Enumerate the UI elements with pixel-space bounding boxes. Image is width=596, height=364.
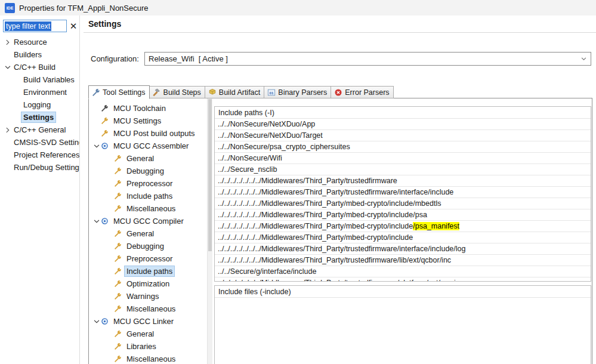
- chevron-down-icon[interactable]: [92, 317, 101, 326]
- sidebar-item-resource[interactable]: Resource: [0, 36, 79, 48]
- tool-tree-item-warnings[interactable]: Warnings: [89, 290, 207, 303]
- include-path-text: ../../Secure_nsclib: [218, 165, 277, 174]
- sidebar-item-builders[interactable]: Builders: [0, 48, 79, 61]
- include-path-row[interactable]: ../../../../../../../Middlewares/Third_P…: [215, 209, 591, 221]
- include-path-row[interactable]: ../../../../../../../Middlewares/Third_P…: [215, 277, 591, 282]
- wrench-gold-icon: [114, 192, 122, 200]
- filter-input[interactable]: type filter text: [3, 20, 67, 32]
- sidebar-item-run-debug-settings[interactable]: Run/Debug Settings: [0, 161, 79, 174]
- sidebar-item-c-c-general[interactable]: C/C++ General: [0, 124, 79, 136]
- settings-tab-bar: Tool SettingsBuild StepsBuild Artifact01…: [88, 85, 393, 98]
- tool-tree-item-mcu-toolchain[interactable]: MCU Toolchain: [89, 102, 207, 115]
- tab-tool-settings[interactable]: Tool Settings: [88, 85, 150, 99]
- tab-binary-parsers[interactable]: 01Binary Parsers: [264, 86, 331, 98]
- sidebar-item-label: Run/Debug Settings: [12, 162, 79, 172]
- expander-spacer: [4, 151, 12, 159]
- tool-tree-scrollbar[interactable]: [207, 98, 212, 364]
- tool-tree-item-mcu-settings[interactable]: MCU Settings: [89, 115, 207, 127]
- wrench-gold-icon: [114, 305, 122, 313]
- chevron-down-icon[interactable]: [92, 217, 101, 226]
- include-path-row[interactable]: ../../../../../../../Middlewares/Third_P…: [215, 175, 591, 187]
- include-path-row[interactable]: ../../../../../../../Middlewares/Third_P…: [215, 187, 591, 198]
- include-path-row[interactable]: ../../Secure_nsclib: [215, 164, 591, 175]
- tool-tree-item-libraries[interactable]: Libraries: [89, 340, 207, 353]
- sidebar-item-settings[interactable]: Settings: [0, 111, 79, 124]
- include-path-row[interactable]: ../../NonSecure/psa_crypto_ciphersuites: [215, 141, 591, 153]
- tab-build-artifact[interactable]: Build Artifact: [205, 86, 264, 98]
- tool-tree-item-preprocessor[interactable]: Preprocessor: [89, 252, 207, 265]
- tab-build-steps[interactable]: Build Steps: [149, 86, 205, 98]
- include-paths-list[interactable]: ../../NonSecure/NetXDuo/App../../NonSecu…: [215, 119, 591, 282]
- sidebar-item-label: Build Variables: [21, 75, 76, 85]
- tool-tree-item-miscellaneous[interactable]: Miscellaneous: [89, 202, 207, 215]
- chevron-down-icon[interactable]: [92, 142, 101, 150]
- expander-spacer: [106, 167, 114, 175]
- chevron-down-icon[interactable]: [4, 63, 12, 72]
- chevron-right-icon[interactable]: [4, 126, 12, 134]
- tool-tree-item-label: General: [125, 229, 156, 239]
- properties-nav-tree: ResourceBuildersC/C++ BuildBuild Variabl…: [0, 36, 79, 174]
- tool-tree-item-debugging[interactable]: Debugging: [89, 240, 207, 252]
- expander-spacer: [13, 88, 21, 97]
- wrench-gold-icon: [114, 330, 122, 338]
- include-path-row[interactable]: ../../NonSecure/Wifi: [215, 153, 591, 164]
- filter-row: type filter text ✕: [3, 20, 78, 32]
- sidebar-item-environment[interactable]: Environment: [0, 86, 79, 98]
- tool-tree-item-miscellaneous[interactable]: Miscellaneous: [89, 303, 207, 315]
- sidebar-item-label: Resource: [12, 37, 49, 47]
- include-path-row[interactable]: ../../NonSecure/NetXDuo/App: [215, 119, 591, 130]
- tool-tree-item-general[interactable]: General: [89, 152, 207, 165]
- expander-spacer: [4, 138, 12, 147]
- include-files-title: Include files (-include): [215, 286, 591, 298]
- include-path-text: ../../../../../../../Middlewares/Third_P…: [218, 211, 427, 219]
- sidebar-item-logging[interactable]: Logging: [0, 98, 79, 111]
- configuration-combobox[interactable]: Release_Wifi [ Active ]: [144, 52, 591, 66]
- include-files-list[interactable]: [215, 298, 591, 364]
- include-path-row[interactable]: ../../NonSecure/NetXDuo/Target: [215, 130, 591, 141]
- tool-tree-item-include-paths[interactable]: Include paths: [89, 190, 207, 202]
- expander-spacer: [106, 267, 114, 276]
- include-path-row[interactable]: ../../../../../../../Middlewares/Third_P…: [215, 198, 591, 209]
- tool-tree-item-preprocessor[interactable]: Preprocessor: [89, 177, 207, 190]
- tool-settings-detail: Include paths (-I) ../../NonSecure/NetXD…: [212, 98, 592, 364]
- tool-tree-item-miscellaneous[interactable]: Miscellaneous: [89, 353, 207, 364]
- tool-tree-item-mcu-gcc-assembler[interactable]: MCU GCC Assembler: [89, 140, 207, 152]
- tool-category-icon: [101, 142, 109, 150]
- highlighted-path-segment: /psa_manifest: [413, 222, 459, 230]
- expander-spacer: [106, 330, 114, 338]
- clear-filter-icon[interactable]: ✕: [69, 22, 78, 30]
- tool-tree-item-mcu-gcc-compiler[interactable]: MCU GCC Compiler: [89, 215, 207, 227]
- build-artifact-icon: [208, 88, 217, 97]
- tool-settings-tree: MCU ToolchainMCU SettingsMCU Post build …: [89, 98, 207, 364]
- wrench-gold-icon: [114, 255, 122, 263]
- sidebar-item-build-variables[interactable]: Build Variables: [0, 73, 79, 86]
- include-path-text: ../../../../../../../Middlewares/Third_P…: [218, 188, 453, 196]
- sidebar-item-label: C/C++ Build: [12, 62, 57, 72]
- scrollbar-thumb[interactable]: [208, 99, 212, 251]
- tool-tree-item-label: Preprocessor: [125, 254, 174, 264]
- tool-tree-item-mcu-gcc-linker[interactable]: MCU GCC Linker: [89, 315, 207, 328]
- include-path-row[interactable]: ../../../../../../../Middlewares/Third_P…: [215, 221, 591, 232]
- include-path-row[interactable]: ../../Secure/g/interface/include: [215, 266, 591, 277]
- expander-spacer: [4, 51, 12, 59]
- tool-tree-item-general[interactable]: General: [89, 227, 207, 240]
- tool-tree-item-label: Miscellaneous: [125, 354, 177, 364]
- tool-tree-item-debugging[interactable]: Debugging: [89, 165, 207, 177]
- tool-tree-item-include-paths[interactable]: Include paths: [89, 265, 207, 277]
- splitter[interactable]: [79, 16, 80, 364]
- tool-tree-item-mcu-post-build-outputs[interactable]: MCU Post build outputs: [89, 127, 207, 140]
- tab-error-parsers[interactable]: Error Parsers: [331, 86, 393, 98]
- expander-spacer: [13, 101, 21, 109]
- sidebar-item-cmsis-svd-settings[interactable]: CMSIS-SVD Settings: [0, 136, 79, 149]
- tool-tree-item-optimization[interactable]: Optimization: [89, 277, 207, 290]
- include-path-text: ../../NonSecure/Wifi: [218, 154, 282, 162]
- include-path-row[interactable]: ../../../../../../../Middlewares/Third_P…: [215, 232, 591, 243]
- sidebar-item-c-c-build[interactable]: C/C++ Build: [0, 61, 79, 73]
- wrench-gold-icon: [114, 155, 122, 162]
- chevron-right-icon[interactable]: [4, 38, 12, 47]
- wrench-gold-icon: [114, 242, 122, 250]
- tool-tree-item-general[interactable]: General: [89, 328, 207, 340]
- include-path-row[interactable]: ../../../../../../../Middlewares/Third_P…: [215, 243, 591, 255]
- include-path-row[interactable]: ../../../../../../../Middlewares/Third_P…: [215, 255, 591, 266]
- sidebar-item-project-references[interactable]: Project References: [0, 149, 79, 161]
